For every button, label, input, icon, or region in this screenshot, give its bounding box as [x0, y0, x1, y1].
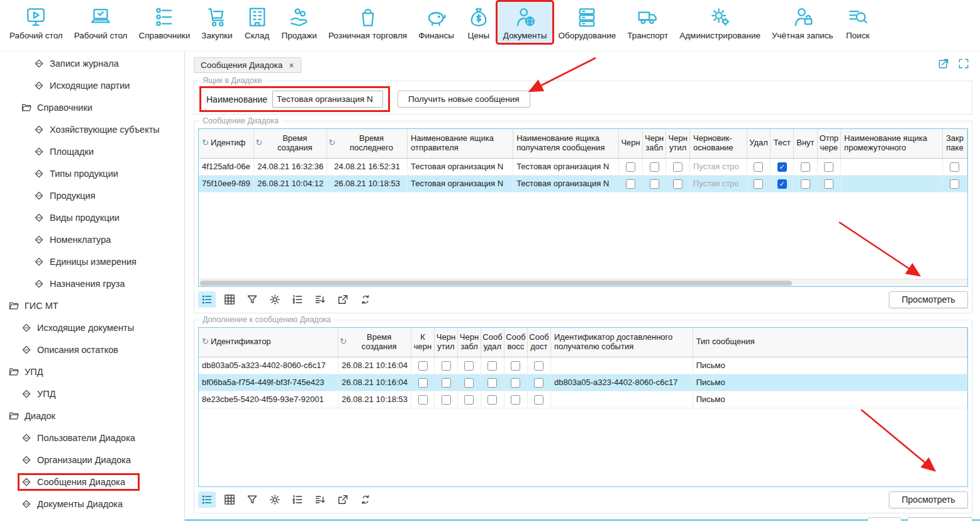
sort-icon[interactable]: ↻: [202, 337, 209, 347]
settings-button[interactable]: [266, 291, 284, 308]
sidebar-item[interactable]: Виды продукции: [0, 206, 184, 228]
checkbox[interactable]: [487, 395, 497, 405]
tab-close-icon[interactable]: ×: [289, 61, 294, 70]
toolbar-item-equipment[interactable]: Оборудование: [552, 2, 621, 43]
sort-icon[interactable]: ↻: [340, 337, 347, 347]
checkbox[interactable]: ✓: [777, 162, 787, 172]
reload-button[interactable]: [357, 291, 374, 308]
sidebar-item[interactable]: Исходящие партии: [0, 74, 184, 96]
checkbox[interactable]: [464, 378, 474, 388]
checkbox[interactable]: [801, 162, 810, 172]
toolbar-item-prices[interactable]: Цены: [460, 2, 498, 43]
view-grid-button[interactable]: [221, 291, 238, 308]
sidebar-item[interactable]: Типы продукции: [0, 162, 184, 184]
filter-button[interactable]: [243, 291, 261, 308]
checkbox[interactable]: [442, 361, 451, 371]
sidebar-item[interactable]: Диадок: [0, 405, 184, 427]
table-row[interactable]: 75f10ee9-f8926.08.21 10:04:1226.08.21 10…: [199, 175, 967, 192]
checkbox[interactable]: [511, 361, 520, 371]
sidebar-item[interactable]: Записи журнала: [0, 52, 184, 74]
column-header[interactable]: Черновик-основание: [690, 129, 747, 158]
toolbar-item-retail[interactable]: Розничная торговля: [323, 2, 413, 43]
column-header[interactable]: Внут: [794, 129, 817, 158]
checkbox[interactable]: [650, 179, 659, 189]
checkbox[interactable]: [511, 395, 520, 405]
sidebar-item[interactable]: Площадки: [0, 140, 184, 162]
sidebar-item[interactable]: Документы Диадока: [0, 493, 184, 515]
export-button[interactable]: [334, 291, 352, 308]
numbered-list-button[interactable]: [289, 291, 306, 308]
column-header[interactable]: ↻Идентиф: [199, 129, 254, 158]
checkbox[interactable]: [950, 179, 959, 189]
checkbox[interactable]: [464, 395, 474, 405]
checkbox[interactable]: [534, 395, 543, 405]
toolbar-item-warehouse[interactable]: Склад: [238, 2, 276, 43]
view-message-button[interactable]: Просмотреть: [889, 291, 968, 308]
refresh-button[interactable]: [867, 517, 901, 521]
toolbar-item-sales[interactable]: Продажи: [276, 2, 323, 43]
checkbox[interactable]: [626, 179, 635, 189]
sidebar-item[interactable]: Продукция: [0, 184, 184, 206]
view-addition-button[interactable]: Просмотреть: [889, 491, 968, 508]
checkbox[interactable]: [673, 179, 682, 189]
sidebar-item[interactable]: Организации Диадока: [0, 449, 184, 471]
fetch-messages-button[interactable]: Получить новые сообщения: [398, 91, 530, 108]
column-header[interactable]: Удал: [747, 129, 770, 158]
column-header[interactable]: Закр паке: [942, 129, 967, 158]
tab-diadoc-messages[interactable]: Сообщения Диадока ×: [194, 57, 301, 73]
scrollbar-thumb[interactable]: [200, 281, 792, 286]
filter-button[interactable]: [243, 491, 261, 508]
checkbox[interactable]: [487, 378, 497, 388]
sidebar-item[interactable]: Исходящие документы: [0, 317, 184, 339]
horizontal-scrollbar[interactable]: [199, 279, 967, 286]
close-button[interactable]: × Закрыть: [907, 517, 972, 521]
column-header[interactable]: Сооб удал: [481, 328, 504, 357]
toolbar-item-account[interactable]: Учётная запись: [766, 2, 839, 43]
sort-button[interactable]: [311, 491, 329, 508]
column-header[interactable]: ↻Время создания: [338, 328, 411, 357]
toolbar-item-administration[interactable]: Администрирование: [674, 2, 766, 43]
fullscreen-icon[interactable]: [957, 57, 970, 72]
table-row[interactable]: 8e23cbe5-5420-4f59-93e7-9200126.08.21 10…: [199, 391, 967, 408]
checkbox[interactable]: [442, 378, 451, 388]
sidebar-item[interactable]: Справочники: [0, 96, 184, 118]
sort-icon[interactable]: ↻: [328, 138, 335, 148]
checkbox[interactable]: [754, 179, 763, 189]
column-header[interactable]: Сооб восс: [504, 328, 527, 357]
toolbar-item-purchases[interactable]: Закупки: [196, 2, 238, 43]
toolbar-item-desktop-check[interactable]: Рабочий стол: [69, 2, 133, 43]
sort-icon[interactable]: ↻: [202, 138, 209, 148]
column-header[interactable]: К черн: [411, 328, 435, 357]
checkbox[interactable]: ✓: [777, 179, 787, 189]
checkbox[interactable]: [824, 179, 833, 189]
checkbox[interactable]: [824, 162, 833, 172]
view-list-button[interactable]: [198, 491, 216, 508]
column-header[interactable]: Черн: [619, 129, 643, 158]
table-row[interactable]: db803a05-a323-4402-8060-c6c1726.08.21 10…: [199, 357, 967, 374]
checkbox[interactable]: [534, 361, 543, 371]
checkbox[interactable]: [801, 179, 810, 189]
sidebar-item[interactable]: Пользователи Диадока: [0, 427, 184, 449]
toolbar-item-finance[interactable]: Финансы: [413, 2, 460, 43]
column-header[interactable]: Тест: [771, 129, 794, 158]
checkbox[interactable]: [650, 162, 659, 172]
sidebar-item[interactable]: Номенклатура: [0, 228, 184, 250]
toolbar-item-desktop-play[interactable]: Рабочий стол: [4, 2, 69, 43]
reload-button[interactable]: [357, 491, 374, 508]
column-header[interactable]: Черн забл: [642, 129, 666, 158]
toolbar-item-search[interactable]: Поиск: [839, 2, 877, 43]
checkbox[interactable]: [673, 162, 682, 172]
mailbox-name-input[interactable]: [272, 91, 383, 108]
toolbar-item-documents[interactable]: Документы: [498, 2, 553, 43]
column-header[interactable]: Наименование ящика получателя сообщения: [513, 129, 619, 158]
sort-button[interactable]: [311, 291, 329, 308]
checkbox[interactable]: [442, 395, 451, 405]
checkbox[interactable]: [487, 361, 497, 371]
numbered-list-button[interactable]: [289, 491, 306, 508]
sidebar-item[interactable]: Сообщения Диадока: [0, 471, 184, 493]
checkbox[interactable]: [626, 162, 635, 172]
toolbar-item-catalogs[interactable]: Справочники: [133, 2, 196, 43]
column-header[interactable]: Отпр чере: [817, 129, 841, 158]
sidebar-item[interactable]: УПД: [0, 383, 184, 405]
sidebar-item[interactable]: УПД: [0, 361, 184, 383]
